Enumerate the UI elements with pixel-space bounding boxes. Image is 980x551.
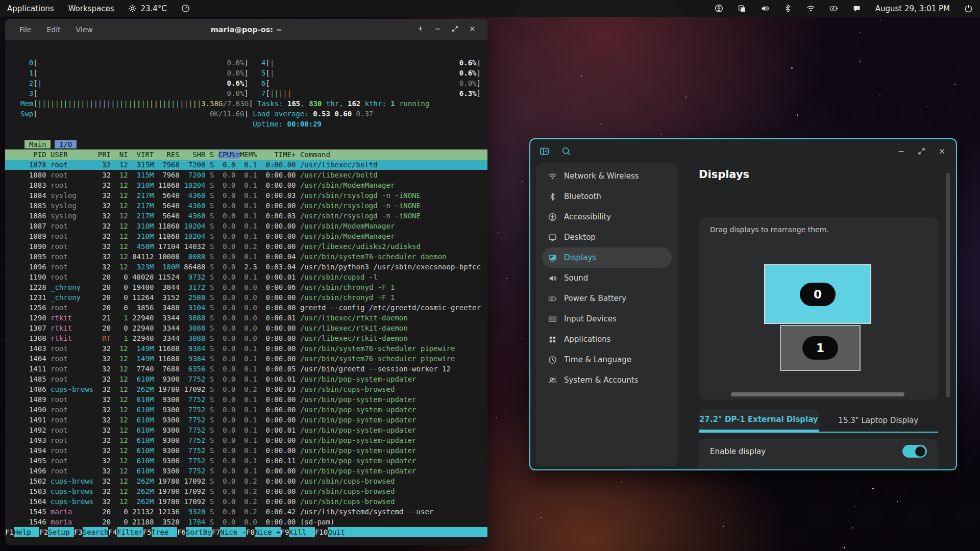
htop-process-row-1403[interactable]: 1403 root 32 12 149M 11688 9384 S 0.0 0.… — [5, 343, 487, 354]
minimize-button[interactable] — [897, 147, 906, 156]
htop-process-row-1080[interactable]: 1080 root 32 12 315M 7968 7200 S 0.0 0.1… — [5, 170, 487, 180]
battery-tray-button[interactable] — [822, 0, 845, 17]
htop-process-row-1086[interactable]: 1086 syslog 32 12 217M 5640 4360 S 0.0 0… — [5, 211, 487, 221]
htop-process-row-1095[interactable]: 1095 root 32 12 84112 10008 8088 S 0.0 0… — [5, 252, 487, 262]
fkey-label-sortby[interactable]: SortBy — [186, 527, 212, 537]
fkey-f7[interactable]: F7 — [212, 527, 220, 537]
close-icon-button[interactable] — [938, 147, 947, 156]
htop-process-row-1096[interactable]: 1096 root 32 12 323M 180M 86488 S 0.0 2.… — [5, 262, 487, 272]
htop-process-row-1404[interactable]: 1404 root 32 12 149M 11688 9384 S 0.0 0.… — [5, 354, 487, 364]
sidebar-item-sound[interactable]: Sound — [542, 268, 672, 288]
fkey-label-nice-[interactable]: Nice - — [220, 527, 246, 537]
settings-titlebar[interactable] — [530, 139, 956, 163]
bluetooth-tray-button[interactable] — [776, 0, 799, 17]
htop-process-row-1089[interactable]: 1089 root 32 12 310M 11868 10204 S 0.0 0… — [5, 231, 487, 241]
fkey-label-search[interactable]: Search — [83, 527, 109, 537]
htop-table-header[interactable]: PID USER PRI NI VIRT RES SHR S CPU%▽MEM%… — [5, 149, 487, 160]
htop-process-row-1307[interactable]: 1307 rtkit 20 0 22940 3344 3088 S 0.0 0.… — [5, 323, 487, 333]
htop-process-row-1495[interactable]: 1495 root 32 12 610M 9300 7752 S 0.0 0.1… — [5, 456, 487, 466]
workspaces-tray-button[interactable] — [730, 0, 753, 17]
new-tab-button[interactable] — [415, 24, 426, 35]
accessibility-tray-button[interactable] — [707, 0, 730, 17]
terminal-titlebar[interactable]: File Edit View maria@pop-os: ~ — [5, 19, 487, 40]
htop-process-row-1503[interactable]: 1503 cups-brows 32 12 262M 19780 17092 S… — [5, 486, 487, 496]
power-menu-button[interactable] — [957, 0, 980, 17]
fkey-f4[interactable]: F4 — [108, 527, 117, 537]
htop-tab-io[interactable]: I/O — [55, 140, 76, 148]
htop-process-row-1502[interactable]: 1502 cups-brows 32 12 262M 19780 17092 S… — [5, 476, 487, 486]
htop-process-row-1411[interactable]: 1411 root 32 12 7740 7688 6356 S 0.0 0.1… — [5, 364, 487, 374]
display-0-box[interactable]: 0 — [764, 264, 871, 324]
htop-process-row-1504[interactable]: 1504 cups-brows 32 12 262M 19780 17092 S… — [5, 496, 487, 507]
htop-process-row-1256[interactable]: 1256 root 20 0 3856 3488 3104 S 0.0 0.0 … — [5, 303, 487, 313]
fkey-label-nice-[interactable]: Nice + — [255, 527, 281, 537]
maximize-button[interactable] — [450, 24, 461, 35]
htop-process-row-1490[interactable]: 1490 root 32 12 610M 9300 7752 S 0.0 0.1… — [5, 405, 487, 415]
sidebar-item-desktop[interactable]: Desktop — [542, 227, 672, 247]
menu-edit[interactable]: Edit — [42, 23, 64, 36]
sidebar-item-time-language[interactable]: Time & Language — [542, 349, 672, 370]
notifications-tray-button[interactable] — [845, 0, 868, 17]
fkey-f8[interactable]: F8 — [246, 527, 255, 537]
vertical-scrollbar[interactable] — [946, 173, 950, 397]
fkey-f10[interactable]: F10 — [315, 527, 328, 537]
fkey-f9[interactable]: F9 — [281, 527, 289, 537]
clock-applet[interactable]: August 29, 3:01 PM — [868, 0, 957, 17]
sidebar-item-network-wireless[interactable]: Network & Wireless — [542, 166, 672, 186]
sidebar-item-bluetooth[interactable]: Bluetooth — [542, 186, 672, 207]
htop-process-row-1190[interactable]: 1190 root 20 0 48028 11524 9732 S 0.0 0.… — [5, 272, 487, 282]
fkey-f3[interactable]: F3 — [74, 527, 83, 537]
monitor-applet[interactable] — [174, 0, 197, 17]
fkey-f2[interactable]: F2 — [39, 527, 48, 537]
display-1-box[interactable]: 1 — [780, 325, 861, 371]
tab-laptop-display[interactable]: 15.3" Laptop Display — [819, 409, 939, 432]
htop-process-row-1290[interactable]: 1290 rtkit 21 1 22940 3344 3088 S 0.0 0.… — [5, 313, 487, 323]
htop-process-row-1496[interactable]: 1496 root 32 12 610M 9300 7752 S 0.0 0.1… — [5, 466, 487, 476]
htop-process-row-1083[interactable]: 1083 root 32 12 310M 11868 10204 S 0.0 0… — [5, 180, 487, 190]
htop-process-row-1084[interactable]: 1084 syslog 32 12 217M 5640 4360 S 0.0 0… — [5, 190, 487, 201]
search-icon[interactable] — [561, 146, 571, 156]
htop-process-row-1491[interactable]: 1491 root 32 12 610M 9300 7752 S 0.0 0.1… — [5, 415, 487, 425]
htop-process-row-1485[interactable]: 1485 root 32 12 610M 9300 7752 S 0.0 0.1… — [5, 374, 487, 384]
close-icon-button[interactable] — [467, 24, 478, 35]
enable-display-toggle[interactable] — [902, 445, 927, 458]
htop-process-row-1228[interactable]: 1228 _chrony 20 0 19400 3844 3172 S 0.0 … — [5, 282, 487, 292]
sidebar-item-system-accounts[interactable]: System & Accounts — [542, 370, 672, 390]
sidebar-item-accessibility[interactable]: Accessibility — [542, 207, 672, 227]
wifi-tray-button[interactable] — [799, 0, 822, 17]
htop-process-row-1087[interactable]: 1087 root 32 12 310M 11868 10204 S 0.0 0… — [5, 221, 487, 231]
fkey-label-tree[interactable]: Tree — [152, 527, 178, 537]
htop-process-row-1085[interactable]: 1085 syslog 32 12 217M 5640 4360 S 0.0 0… — [5, 201, 487, 211]
minimize-button[interactable] — [432, 24, 444, 35]
weather-applet[interactable]: 23.4°C — [121, 0, 174, 17]
maximize-button[interactable] — [917, 147, 926, 156]
volume-tray-button[interactable] — [753, 0, 776, 17]
htop-process-row-1546[interactable]: 1546 maria 20 0 21188 3528 1784 S 0.0 0.… — [5, 517, 487, 527]
sidebar-item-input-devices[interactable]: Input Devices — [542, 309, 672, 329]
htop-process-row-1545[interactable]: 1545 maria 20 0 21132 12136 9320 S 0.0 0… — [5, 507, 487, 517]
sidebar-item-power-battery[interactable]: Power & Battery — [542, 288, 672, 309]
htop-process-row-1492[interactable]: 1492 root 32 12 610M 9300 7752 S 0.0 0.1… — [5, 425, 487, 435]
htop-process-row-1486[interactable]: 1486 cups-brows 32 12 262M 19780 17092 S… — [5, 384, 487, 394]
horizontal-scrollbar[interactable] — [731, 392, 904, 396]
htop-process-row-1078[interactable]: 1078 root 32 12 315M 7968 7200 S 0.0 0.1… — [5, 160, 487, 170]
htop-output[interactable]: 0[ 0.0%] 4[| 0.6%] 1[ 0.0%] 5[| — [5, 40, 487, 545]
htop-process-row-1489[interactable]: 1489 root 32 12 610M 9300 7752 S 0.0 0.1… — [5, 394, 487, 405]
htop-tab-main[interactable]: Main — [24, 140, 51, 148]
menu-view[interactable]: View — [72, 23, 97, 36]
sidebar-item-applications[interactable]: Applications — [542, 329, 672, 349]
fkey-f1[interactable]: F1 — [5, 527, 14, 537]
applications-menu-button[interactable]: Applications — [0, 0, 61, 17]
fkey-label-kill[interactable]: Kill — [289, 527, 315, 537]
workspaces-menu-button[interactable]: Workspaces — [61, 0, 121, 17]
htop-process-row-1493[interactable]: 1493 root 32 12 610M 9300 7752 S 0.0 0.1… — [5, 435, 487, 445]
sidebar-item-displays[interactable]: Displays — [542, 247, 672, 268]
tab-external-display[interactable]: 27.2" DP-1 External Display — [699, 409, 819, 432]
htop-process-row-1231[interactable]: 1231 _chrony 20 0 11264 3152 2588 S 0.0 … — [5, 292, 487, 303]
fkey-label-filter[interactable]: Filter — [117, 527, 143, 537]
panel-toggle-icon[interactable] — [540, 146, 549, 156]
fkey-f6[interactable]: F6 — [177, 527, 186, 537]
fkey-label-setup[interactable]: Setup — [48, 527, 74, 537]
htop-process-row-1308[interactable]: 1308 rtkit RT 1 22940 3344 3088 S 0.0 0.… — [5, 333, 487, 343]
htop-process-row-1494[interactable]: 1494 root 32 12 610M 9300 7752 S 0.0 0.1… — [5, 445, 487, 456]
